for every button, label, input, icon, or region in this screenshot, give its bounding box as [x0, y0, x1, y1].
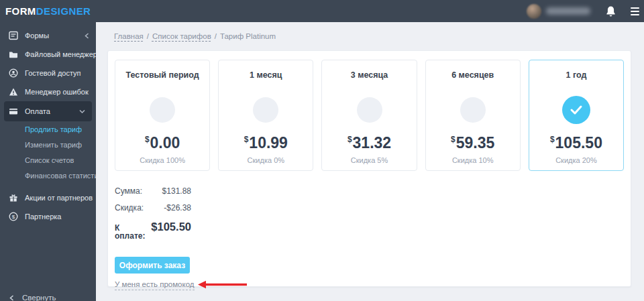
plan-card-trial[interactable]: Тестовый период $0.00 Скидка 100% — [115, 60, 210, 171]
price-amount: 105.50 — [555, 134, 602, 152]
checkmark-icon — [570, 105, 583, 115]
plan-price: $10.99 — [244, 135, 288, 151]
plan-title: 6 месяцев — [451, 70, 494, 80]
sub-item-label: Изменить тариф — [25, 141, 82, 149]
summary-value: -$26.38 — [164, 204, 191, 212]
sub-item-label: Продлить тариф — [25, 125, 82, 133]
plan-title: 1 месяц — [250, 70, 282, 80]
plan-price: $31.32 — [347, 135, 391, 151]
breadcrumb-separator: / — [147, 32, 149, 40]
sub-item-label: Финансовая статистика — [25, 172, 96, 180]
plan-discount: Скидка 100% — [140, 156, 185, 164]
sidebar-item-guest-access[interactable]: Гостевой доступ — [0, 64, 96, 82]
dollar-icon: $ — [8, 212, 18, 222]
sidebar-subitem-prolong-tariff[interactable]: Продлить тариф — [0, 121, 96, 137]
plan-discount: Скидка 20% — [555, 156, 597, 164]
breadcrumb: Главная/Список тарифов/Тариф Platinum — [114, 32, 276, 40]
summary-label: К оплате: — [115, 224, 151, 240]
plan-price: $105.50 — [550, 135, 602, 151]
user-avatar[interactable] — [527, 4, 541, 19]
logo-text-form: FORM — [5, 5, 36, 17]
plan-radio-unchecked[interactable] — [150, 97, 175, 123]
chevron-down-icon — [79, 109, 85, 114]
sidebar-item-error-manager[interactable]: Менеджер ошибок — [0, 82, 96, 101]
error-manager-icon — [8, 87, 18, 97]
summary-row-total: К оплате: $105.50 — [115, 221, 191, 240]
currency-symbol: $ — [244, 135, 249, 144]
summary-row-sum: Сумма: $131.88 — [115, 187, 191, 195]
promo-code-link[interactable]: У меня есть промокод — [115, 280, 195, 290]
plan-radio-unchecked[interactable] — [357, 97, 382, 123]
plan-card-1-year-selected[interactable]: 1 год $105.50 Скидка 20% — [529, 60, 624, 171]
plan-radio-unchecked[interactable] — [253, 97, 278, 123]
plan-discount: Скидка 0% — [248, 156, 284, 164]
sidebar-item-label: Партнерка — [25, 213, 61, 221]
plan-price: $59.35 — [451, 135, 494, 151]
plan-radio-unchecked[interactable] — [460, 97, 486, 123]
summary-value: $131.88 — [162, 187, 191, 195]
plan-price: $0.00 — [145, 135, 180, 151]
sidebar-item-label: Акции от партнеров — [25, 194, 93, 202]
sidebar-item-label: Менеджер ошибок — [25, 88, 89, 96]
top-bar: FORMDESIGNER — [0, 0, 644, 22]
sidebar-nav-bottom: Акции от партнеров $ Партнерка — [0, 188, 96, 226]
sidebar: Формы Файловый менеджер Гостевой доступ … — [0, 22, 96, 301]
place-order-button[interactable]: Оформить заказ — [115, 257, 190, 274]
sidebar-subitem-invoice-list[interactable]: Список счетов — [0, 152, 96, 168]
plan-discount: Скидка 5% — [351, 156, 388, 164]
sidebar-subitem-change-tariff[interactable]: Изменить тариф — [0, 137, 96, 152]
guest-access-icon — [8, 68, 18, 78]
currency-symbol: $ — [451, 135, 455, 144]
sidebar-item-label: Файловый менеджер — [25, 50, 96, 58]
hamburger-menu-icon[interactable] — [631, 5, 639, 17]
plan-card-1-month[interactable]: 1 месяц $10.99 Скидка 0% — [218, 60, 313, 171]
sidebar-subitem-financial-stats[interactable]: Финансовая статистика — [0, 168, 96, 183]
plan-title: 3 месяца — [351, 70, 388, 80]
red-arrow-annotation — [198, 280, 248, 289]
sidebar-item-label: Гостевой доступ — [25, 69, 81, 77]
sidebar-item-label: Формы — [25, 32, 49, 40]
summary-value: $105.50 — [151, 221, 191, 233]
breadcrumb-home-link[interactable]: Главная — [114, 32, 144, 40]
plan-card-6-months[interactable]: 6 месяцев $59.35 Скидка 10% — [425, 60, 521, 171]
sidebar-item-forms[interactable]: Формы — [0, 26, 96, 45]
sidebar-item-partner-promos[interactable]: Акции от партнеров — [0, 188, 96, 207]
gift-icon — [8, 193, 18, 203]
sub-item-label: Список счетов — [25, 156, 74, 164]
summary-label: Сумма: — [115, 187, 142, 195]
payment-icon — [8, 107, 18, 117]
summary-row-discount: Скидка: -$26.38 — [115, 204, 191, 212]
order-summary: Сумма: $131.88 Скидка: -$26.38 К оплате:… — [115, 187, 191, 240]
svg-text:$: $ — [11, 214, 15, 220]
logo-text-designer: DESIGNER — [36, 5, 91, 17]
plan-title: 1 год — [566, 70, 586, 80]
sidebar-collapse-button[interactable]: Свернуть — [9, 294, 56, 301]
price-amount: 10.99 — [249, 134, 288, 152]
app-logo[interactable]: FORMDESIGNER — [5, 5, 91, 17]
promo-row: У меня есть промокод — [115, 280, 631, 290]
plan-discount: Скидка 10% — [452, 156, 494, 164]
plan-radio-checked[interactable] — [562, 96, 590, 124]
sidebar-item-payment[interactable]: Оплата — [4, 101, 92, 121]
plan-card-3-months[interactable]: 3 месяца $31.32 Скидка 5% — [321, 60, 417, 171]
chevron-left-icon — [85, 33, 89, 39]
currency-symbol: $ — [347, 135, 352, 144]
breadcrumb-tariff-list-link[interactable]: Список тарифов — [152, 32, 211, 40]
sidebar-item-file-manager[interactable]: Файловый менеджер — [0, 45, 96, 64]
topbar-right-group — [527, 4, 644, 19]
price-amount: 59.35 — [456, 134, 495, 152]
summary-label: Скидка: — [115, 204, 144, 212]
currency-symbol: $ — [145, 135, 150, 144]
currency-symbol: $ — [550, 135, 555, 144]
sidebar-item-affiliate[interactable]: $ Партнерка — [0, 207, 96, 226]
breadcrumb-separator: / — [215, 32, 217, 40]
form-icon — [8, 31, 18, 41]
tariff-panel: Тестовый период $0.00 Скидка 100% 1 меся… — [107, 50, 631, 287]
sidebar-item-label: Оплата — [25, 107, 50, 115]
plan-cards-row: Тестовый период $0.00 Скидка 100% 1 меся… — [115, 60, 624, 171]
chevron-left-icon — [9, 295, 14, 301]
notifications-bell-icon[interactable] — [605, 5, 616, 17]
price-amount: 0.00 — [150, 134, 180, 152]
file-manager-icon — [8, 50, 18, 60]
user-name-redacted[interactable] — [546, 7, 590, 15]
